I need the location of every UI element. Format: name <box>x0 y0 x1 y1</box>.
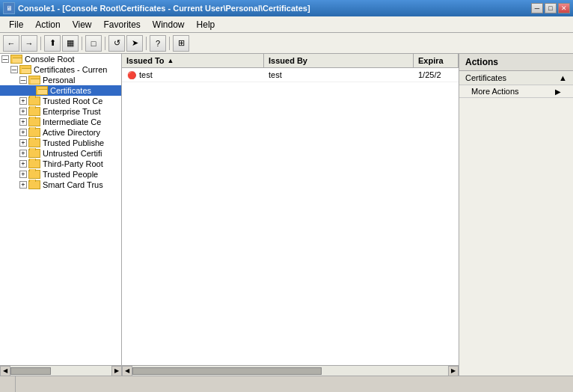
cell-expiry: 1/25/2 <box>414 69 459 81</box>
menu-favorites[interactable]: Favorites <box>98 18 147 31</box>
folder-icon-intermediate <box>28 117 40 126</box>
toolbar-sep-2 <box>82 37 82 50</box>
tree-label-personal: Personal <box>43 76 75 85</box>
folder-icon-untrusted <box>28 149 40 158</box>
menu-bar: File Action View Favorites Window Help <box>0 16 573 33</box>
up-button[interactable]: ⬆ <box>44 35 61 52</box>
actions-panel: Actions Certificates ▲ More Actions ▶ <box>459 54 573 376</box>
tree-item-third-party-root[interactable]: + Third-Party Root <box>0 159 121 169</box>
menu-file[interactable]: File <box>3 18 29 31</box>
menu-help[interactable]: Help <box>191 18 221 31</box>
actions-header: Actions <box>459 54 573 71</box>
scroll-thumb[interactable] <box>132 367 322 375</box>
menu-action[interactable]: Action <box>29 18 66 31</box>
toggle-third-party[interactable]: + <box>19 160 27 168</box>
actions-collapse-arrow: ▲ <box>559 73 567 82</box>
tree-label-untrusted: Untrusted Certifi <box>43 149 102 158</box>
tree-item-certificates-leaf[interactable]: Certificates <box>0 85 121 96</box>
actions-section-more: More Actions ▶ <box>459 85 573 98</box>
scroll-track <box>132 367 448 375</box>
tree-item-trusted-root[interactable]: + Trusted Root Ce <box>0 96 121 106</box>
table-row[interactable]: 🔴 test test 1/25/2 <box>122 68 459 82</box>
content-scrollbar-h[interactable]: ◀ ▶ <box>122 365 459 376</box>
scroll-right-arrow[interactable]: ▶ <box>448 366 459 376</box>
tree-item-trusted-people[interactable]: + Trusted People <box>0 169 121 180</box>
back-button[interactable]: ← <box>3 35 19 52</box>
toggle-active-directory[interactable]: + <box>19 129 27 136</box>
folder-icon-personal <box>28 76 40 85</box>
toggle-personal[interactable]: ─ <box>19 76 27 84</box>
list-header: Issued To ▲ Issued By Expira <box>122 54 459 68</box>
title-bar-left: 🖥 Console1 - [Console Root\Certificates … <box>3 2 310 14</box>
status-bar <box>0 376 573 392</box>
minimize-button[interactable]: ─ <box>531 3 543 13</box>
tree-item-certificates[interactable]: ─ Certificates - Curren <box>0 64 121 75</box>
tree-label-certificates-leaf: Certificates <box>50 86 91 95</box>
folder-icon-certificates <box>19 65 31 74</box>
cell-issued-by: test <box>264 69 414 81</box>
menu-window[interactable]: Window <box>147 18 191 31</box>
tree-item-console-root[interactable]: ─ Console Root <box>0 54 121 64</box>
actions-section-certificates: Certificates ▲ <box>459 71 573 85</box>
col-header-issued-to[interactable]: Issued To ▲ <box>122 54 264 67</box>
tree-scroll-thumb[interactable] <box>10 367 51 375</box>
toggle-trusted-root[interactable]: + <box>19 97 27 105</box>
app-icon: 🖥 <box>3 2 15 14</box>
tree-label-console-root: Console Root <box>25 55 75 64</box>
toggle-untrusted[interactable]: + <box>19 150 27 157</box>
tree-label-certificates: Certificates - Curren <box>34 65 107 74</box>
tree-item-untrusted[interactable]: + Untrusted Certifi <box>0 148 121 159</box>
folder-icon-enterprise <box>28 107 40 116</box>
col-header-expiry[interactable]: Expira <box>414 54 459 67</box>
tree-scroll-track <box>10 367 111 375</box>
toolbar-sep-1 <box>40 37 41 50</box>
folder-icon-trusted-people <box>28 170 40 179</box>
tree-label-third-party: Third-Party Root <box>43 159 103 168</box>
title-bar: 🖥 Console1 - [Console Root\Certificates … <box>0 0 573 16</box>
more-actions-arrow: ▶ <box>555 88 561 96</box>
tree-scroll-right[interactable]: ▶ <box>111 366 122 376</box>
toggle-intermediate[interactable]: + <box>19 118 27 126</box>
tree-item-personal[interactable]: ─ Personal <box>0 75 121 85</box>
toggle-trusted-publisher[interactable]: + <box>19 139 27 147</box>
menu-view[interactable]: View <box>67 18 98 31</box>
tree-item-smart-card[interactable]: + Smart Card Trus <box>0 180 121 190</box>
tree-item-intermediate[interactable]: + Intermediate Ce <box>0 117 121 127</box>
properties-button[interactable]: ⊞ <box>173 35 189 52</box>
folder-icon-console-root <box>10 55 22 64</box>
help-button[interactable]: ? <box>150 35 166 52</box>
toggle-enterprise[interactable]: + <box>19 108 27 115</box>
title-bar-text: Console1 - [Console Root\Certificates - … <box>18 4 310 13</box>
tree-scroll-left[interactable]: ◀ <box>0 366 10 376</box>
toggle-console-root[interactable]: ─ <box>1 55 9 63</box>
tree-item-enterprise-trust[interactable]: + Enterprise Trust <box>0 106 121 117</box>
actions-section-header-certificates[interactable]: Certificates ▲ <box>459 71 573 85</box>
restore-button[interactable]: □ <box>545 3 557 13</box>
forward-button[interactable]: → <box>21 35 37 52</box>
toggle-certificates[interactable]: ─ <box>10 66 18 73</box>
toggle-smart-card[interactable]: + <box>19 181 27 189</box>
tree-label-intermediate: Intermediate Ce <box>43 117 101 126</box>
tree-label-enterprise: Enterprise Trust <box>43 107 101 116</box>
toolbar: ← → ⬆ ▦ □ ↺ ➤ ? ⊞ <box>0 33 573 54</box>
scroll-left-arrow[interactable]: ◀ <box>122 366 132 376</box>
new-window-button[interactable]: □ <box>85 35 102 52</box>
folder-icon-smart-card <box>28 180 40 189</box>
tree-label-smart-card: Smart Card Trus <box>43 180 103 189</box>
tree-item-trusted-publisher[interactable]: + Trusted Publishe <box>0 138 121 148</box>
refresh-button[interactable]: ↺ <box>108 35 125 52</box>
sort-arrow-issued-to: ▲ <box>168 57 174 64</box>
toolbar-sep-5 <box>169 37 170 50</box>
tree-item-active-directory[interactable]: + Active Directory <box>0 127 121 138</box>
export-button[interactable]: ➤ <box>126 35 143 52</box>
cert-icon: 🔴 <box>126 70 137 80</box>
col-header-issued-by[interactable]: Issued By <box>264 54 414 67</box>
more-actions-label: More Actions <box>471 87 519 96</box>
tree-panel: ─ Console Root ─ Certificates - Curren ─… <box>0 54 122 376</box>
tree-button[interactable]: ▦ <box>62 35 79 52</box>
tree-scrollbar-h[interactable]: ◀ ▶ <box>0 365 122 376</box>
more-actions-link[interactable]: More Actions ▶ <box>459 85 573 97</box>
close-button[interactable]: ✕ <box>558 3 570 13</box>
tree-label-active-directory: Active Directory <box>43 128 100 137</box>
toggle-trusted-people[interactable]: + <box>19 171 27 178</box>
